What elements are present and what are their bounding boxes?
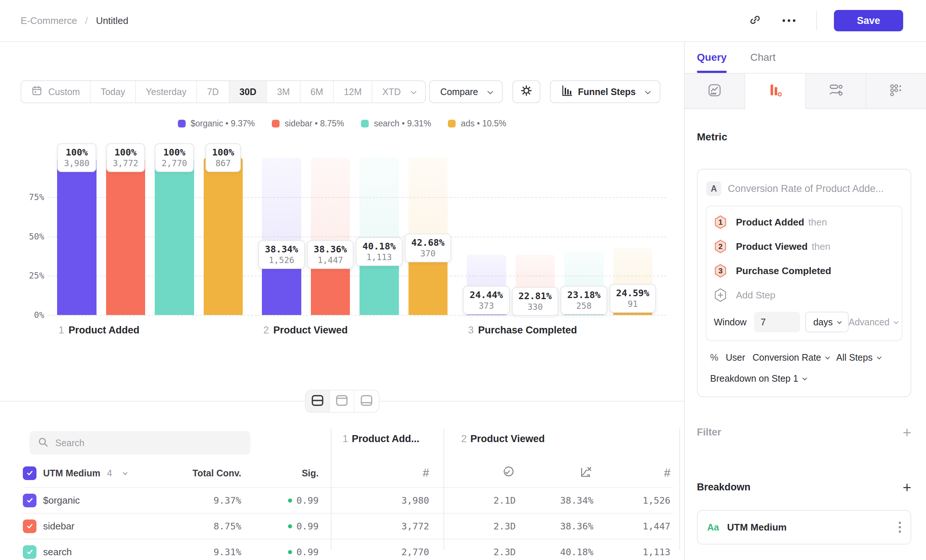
layout-bottom-panel-button[interactable] [354, 390, 379, 412]
date-range-group: CustomTodayYesterday7D30D3M6M12MXTD [21, 80, 426, 103]
range-custom[interactable]: Custom [21, 81, 91, 103]
tab-query[interactable]: Query [697, 42, 727, 73]
funnel-bar-sidebar-step1[interactable]: 100%3,772 [106, 158, 145, 315]
legend-label: ads • 10.5% [461, 119, 506, 129]
layout-split-horizontal-button[interactable] [306, 390, 330, 412]
step2-conv-value: 38.36% [516, 521, 593, 532]
funnel-bar-solid [155, 158, 194, 315]
kebab-menu-icon[interactable] [899, 522, 901, 533]
breadcrumb-parent[interactable]: E-Commerce [21, 15, 77, 27]
metric-title-row[interactable]: A Conversion Rate of Product Adde... [706, 178, 902, 206]
percent-icon: % [710, 352, 718, 363]
step-event-name: Purchase Completed [736, 265, 831, 276]
funnel-bar-ads-step3[interactable]: 24.59%91 [613, 158, 653, 315]
step-number-hexagon: 1 [714, 215, 727, 230]
table-row-search[interactable]: search9.31%0.992,7702.3D40.18%1,113 [23, 539, 673, 560]
measure-metric-select[interactable]: Conversion Rate [752, 352, 829, 363]
table-search[interactable] [29, 431, 250, 455]
range-xtd[interactable]: XTD [372, 81, 425, 103]
funnel-bar-ads-step1[interactable]: 100%867 [204, 158, 243, 315]
avg-time-column-icon[interactable] [443, 466, 516, 480]
table-step2-header: 2Product Viewed [461, 433, 545, 445]
measure-scope-select[interactable]: All Steps [836, 352, 880, 363]
funnel-bar-sidebar-step3[interactable]: 22.81%330 [516, 158, 555, 315]
range-30d[interactable]: 30D [230, 81, 267, 103]
breakdown-section: Breakdown + [697, 481, 911, 493]
table-row-sidebar[interactable]: sidebar8.75%0.993,7722.3D38.36%1,447 [23, 513, 673, 539]
row-checkbox[interactable] [23, 519, 36, 533]
range-7d[interactable]: 7D [197, 81, 230, 103]
funnel-bar-organic-step2[interactable]: 38.34%1,526 [262, 158, 301, 315]
tab-funnel-chart[interactable] [745, 74, 806, 109]
sig-header[interactable]: Sig. [241, 468, 319, 478]
count-column-icon-2[interactable]: # [593, 466, 673, 480]
bar-value-label: 100%2,770 [155, 143, 194, 172]
measure-row: % User Conversion Rate All Steps [706, 341, 902, 363]
select-all-checkbox[interactable] [23, 466, 36, 480]
layout-top-panel-button[interactable] [330, 390, 354, 412]
legend-item-search[interactable]: search • 9.31% [361, 119, 431, 129]
chart-type-label: Funnel Steps [578, 86, 636, 97]
query-step-1[interactable]: 1Product Added then [714, 210, 894, 234]
funnel-bar-search-step1[interactable]: 100%2,770 [155, 158, 194, 315]
query-step-2[interactable]: 2Product Viewed then [714, 234, 894, 259]
row-checkbox[interactable] [23, 494, 36, 507]
chart-settings-button[interactable] [512, 80, 540, 103]
row-checkbox[interactable] [23, 545, 36, 559]
funnel-bar-organic-step1[interactable]: 100%3,980 [57, 158, 97, 315]
search-input[interactable] [55, 438, 242, 448]
funnel-bar-ads-step2[interactable]: 42.68%370 [409, 158, 448, 315]
window-unit-select[interactable]: days [805, 312, 849, 332]
funnel-bars-icon [769, 83, 782, 99]
breadcrumb-current[interactable]: Untitled [96, 15, 128, 27]
legend-swatch [448, 120, 455, 127]
add-step-label: Add Step [736, 289, 775, 301]
chevron-down-icon [411, 88, 417, 94]
window-value-input[interactable] [754, 312, 800, 332]
legend-item-ads[interactable]: ads • 10.5% [448, 119, 506, 129]
legend-item-sidebar[interactable]: sidebar • 8.75% [272, 119, 344, 129]
table-row-organic[interactable]: $organic9.37%0.993,9802.1D38.34%1,526 [23, 487, 673, 513]
range-12m[interactable]: 12M [334, 81, 372, 103]
legend-item-organic[interactable]: $organic • 9.37% [178, 119, 255, 129]
range-6m[interactable]: 6M [301, 81, 334, 103]
add-filter-button[interactable]: + [903, 427, 911, 438]
funnel-bar-solid [106, 158, 145, 315]
range-3m[interactable]: 3M [267, 81, 301, 103]
chart-type-button[interactable]: Funnel Steps [550, 80, 660, 103]
tab-line-chart[interactable] [685, 74, 745, 108]
bar-value-label: 23.18%258 [561, 286, 607, 315]
range-yesterday[interactable]: Yesterday [136, 81, 197, 103]
add-breakdown-button[interactable]: + [903, 482, 911, 493]
funnel-bar-organic-step3[interactable]: 24.44%373 [467, 158, 506, 315]
breakdown-on-select[interactable]: Breakdown on Step 1 [706, 363, 902, 393]
breakdown-item[interactable]: Aa UTM Medium [697, 510, 911, 545]
clock-check-icon [502, 466, 513, 480]
table-rows: $organic9.37%0.993,9802.1D38.34%1,526sid… [0, 487, 684, 560]
save-button[interactable]: Save [834, 10, 903, 31]
breakdown-column-header[interactable]: UTM Medium 4 [23, 466, 154, 480]
tab-retention-chart[interactable] [806, 74, 866, 108]
funnel-bar-sidebar-step2[interactable]: 38.36%1,447 [311, 158, 350, 315]
gridline-0 [48, 315, 666, 316]
count-column-icon-1[interactable]: # [319, 466, 429, 480]
step-list: 1Product Added then2Product Viewed then3… [714, 210, 894, 283]
metric-badge: A [707, 181, 721, 196]
compare-button[interactable]: Compare [429, 80, 503, 103]
advanced-toggle[interactable]: Advanced [849, 317, 897, 327]
share-link-button[interactable] [745, 10, 766, 31]
conversion-column-icon[interactable] [516, 466, 593, 480]
bar-value-label: 100%3,980 [57, 143, 96, 172]
toolbar-right: Compare [429, 80, 660, 103]
query-step-3[interactable]: 3Purchase Completed [714, 259, 894, 283]
total-conv-header[interactable]: Total Conv. [154, 468, 241, 478]
funnel-bar-search-step2[interactable]: 40.18%1,113 [360, 158, 399, 315]
more-options-button[interactable] [779, 10, 799, 31]
measure-entity[interactable]: User [726, 352, 745, 363]
add-step-button[interactable]: Add Step [714, 283, 894, 307]
range-today[interactable]: Today [91, 81, 136, 103]
tab-matrix-chart[interactable] [866, 74, 926, 108]
tab-chart[interactable]: Chart [750, 42, 775, 73]
bar-value-label: 100%867 [206, 143, 241, 172]
funnel-bar-search-step3[interactable]: 23.18%258 [564, 158, 604, 315]
